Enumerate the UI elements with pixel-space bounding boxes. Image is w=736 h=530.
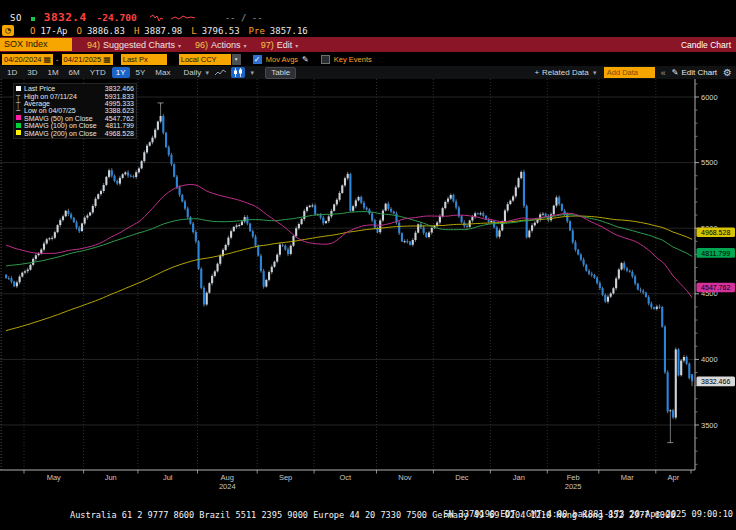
- table-button[interactable]: Table: [265, 67, 296, 79]
- candle: [113, 176, 115, 181]
- candle: [124, 172, 126, 174]
- candle: [534, 223, 536, 226]
- candle: [157, 122, 159, 130]
- candle: [621, 263, 623, 269]
- candle: [604, 295, 606, 302]
- candle: [398, 223, 400, 234]
- candle: [528, 231, 530, 238]
- related-data-button[interactable]: + Related Data ▼: [534, 68, 597, 77]
- price-field-select[interactable]: Last Px: [121, 54, 167, 65]
- candle: [515, 187, 517, 196]
- add-data-input[interactable]: Add Data: [604, 67, 655, 78]
- period-button-1y[interactable]: 1Y: [112, 67, 130, 78]
- x-axis-month-label: Dec: [455, 473, 469, 482]
- candle: [466, 226, 468, 227]
- calendar-icon[interactable]: ▦: [44, 54, 52, 65]
- candle: [629, 271, 631, 272]
- candle: [325, 221, 327, 223]
- candle: [254, 237, 256, 246]
- candle: [238, 225, 240, 226]
- mov-avgs-label: Mov Avgs: [266, 55, 298, 64]
- x-axis-month-label: Sep: [279, 473, 292, 482]
- quote-header: SO 3832.4 -24.700 -- / --: [0, 11, 736, 24]
- candle: [393, 212, 395, 214]
- candle: [686, 357, 688, 364]
- period-button-1m[interactable]: 1M: [43, 67, 62, 78]
- menu-edit[interactable]: 97) Edit ▾: [261, 40, 299, 50]
- candle: [596, 278, 598, 283]
- candle: [211, 276, 213, 283]
- candle-chart-icon[interactable]: [231, 67, 245, 78]
- frequency-select[interactable]: Daily ▼: [183, 68, 210, 77]
- candle: [252, 231, 254, 236]
- candle: [442, 208, 444, 216]
- chevron-down-icon[interactable]: ▾: [232, 54, 241, 65]
- candle: [203, 288, 205, 305]
- candle: [309, 206, 311, 207]
- stat-value: 3857.16: [270, 26, 308, 36]
- line-chart-icon[interactable]: [215, 67, 226, 78]
- candle: [81, 223, 83, 231]
- candle: [404, 241, 406, 242]
- period-button-max[interactable]: Max: [151, 67, 174, 78]
- candle: [149, 142, 151, 145]
- candle: [357, 197, 359, 200]
- chart-area: 600055005000450040003500MayJunJulAugSepO…: [0, 79, 736, 490]
- right-tools: + Related Data ▼ Add Data « ✎ Edit Chart…: [534, 67, 732, 78]
- candle: [683, 357, 685, 361]
- pencil-icon[interactable]: ✎: [302, 55, 309, 64]
- candle: [593, 275, 595, 278]
- menu-suggested-charts[interactable]: 94) Suggested Charts ▾: [87, 40, 181, 50]
- x-axis-month-label: Nov: [398, 473, 412, 482]
- period-button-6m[interactable]: 6M: [65, 67, 84, 78]
- candle: [162, 116, 164, 133]
- legend-row: ┴Low on 04/07/253388.623: [16, 107, 134, 114]
- period-button-ytd[interactable]: YTD: [86, 67, 110, 78]
- x-axis-month-label: Jan: [513, 473, 525, 482]
- candle: [260, 256, 262, 271]
- candle: [642, 291, 644, 293]
- period-button-3d[interactable]: 3D: [23, 67, 41, 78]
- calendar-icon[interactable]: ▦: [103, 54, 111, 65]
- candle: [268, 272, 270, 280]
- candle: [607, 297, 609, 302]
- candle: [57, 225, 59, 232]
- collapse-icon[interactable]: «: [661, 68, 666, 78]
- currency-select[interactable]: Local CCY: [179, 54, 231, 65]
- candle: [65, 211, 67, 217]
- legend-marker-icon: ┴: [16, 108, 24, 114]
- candle: [282, 245, 284, 246]
- session-stats: ◔ O 17-Ap O 3886.83 H 3887.98 L 3796.53 …: [0, 24, 736, 37]
- legend-swatch-icon: [16, 86, 24, 92]
- chart-legend[interactable]: Last Price3832.466┬High on 07/11/245931.…: [13, 83, 137, 139]
- gear-icon[interactable]: ⚙: [723, 67, 732, 78]
- candle: [360, 197, 362, 203]
- security-field[interactable]: SOX Index: [0, 38, 72, 51]
- candle: [631, 272, 633, 277]
- chart-plot[interactable]: 600055005000450040003500MayJunJulAugSepO…: [0, 79, 736, 490]
- legend-row: SMAVG (50) on Close4547.762: [16, 115, 134, 122]
- chevron-down-icon[interactable]: ▼: [249, 70, 255, 76]
- candle: [691, 374, 693, 381]
- legend-label: SMAVG (100) on Close: [24, 122, 105, 129]
- period-button-5y[interactable]: 5Y: [132, 67, 150, 78]
- candle: [108, 170, 110, 177]
- key-events-checkbox[interactable]: [321, 55, 330, 64]
- candle: [553, 206, 555, 215]
- candle: [639, 290, 641, 291]
- period-button-1d[interactable]: 1D: [3, 67, 21, 78]
- mov-avgs-checkbox[interactable]: ✓: [253, 55, 262, 64]
- date-from-field[interactable]: 04/20/2024 ▦: [2, 54, 53, 65]
- candle: [569, 221, 571, 230]
- edit-chart-button[interactable]: ✎ Edit Chart: [672, 68, 717, 77]
- chevron-down-icon: ▼: [592, 70, 598, 76]
- date-to-field[interactable]: 04/21/2025 ▦: [62, 54, 113, 65]
- candle: [132, 176, 134, 177]
- candle: [35, 255, 37, 259]
- chart-controls: 04/20/2024 ▦ - 04/21/2025 ▦ Last Px Loca…: [0, 53, 736, 66]
- candle: [97, 194, 99, 199]
- menu-actions[interactable]: 96) Actions ▾: [195, 40, 247, 50]
- candle: [40, 250, 42, 254]
- candle: [295, 228, 297, 236]
- sma-50-line: [6, 185, 692, 298]
